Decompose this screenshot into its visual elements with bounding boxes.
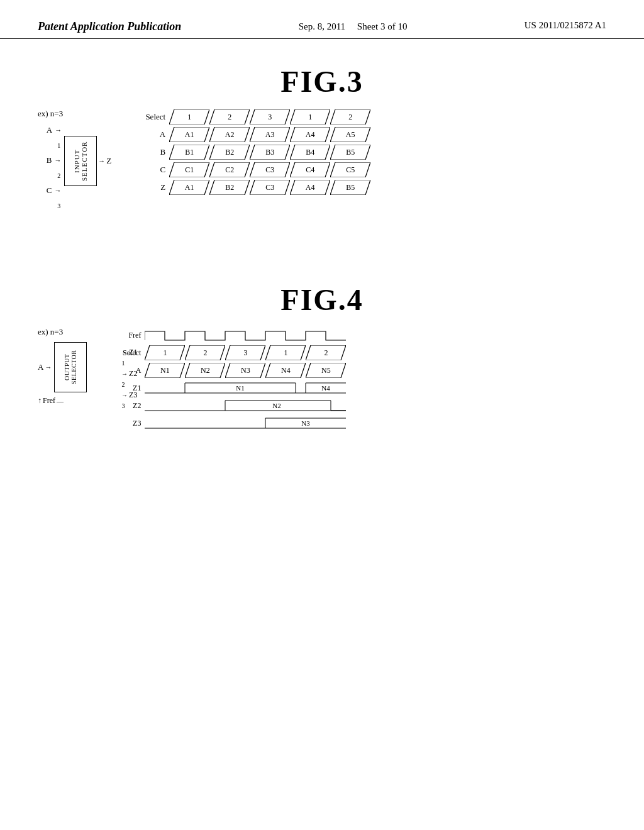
fig4-input-a-label: A → [38,342,53,392]
cell-a1: A1 [169,127,209,142]
fig4-ex-label: ex) n=3 [38,327,63,337]
fig4-cell-sel-5: 2 [306,345,346,360]
page-header: Patent Application Publication Sep. 8, 2… [0,0,644,39]
cell-c1: C1 [169,162,209,177]
fig4-out-num1: 1 [121,360,137,366]
svg-text:N3: N3 [302,419,311,427]
cell-z1: A1 [169,180,209,195]
cell-select-5: 2 [330,109,370,124]
cell-a4: A4 [290,127,330,142]
fig3-ex-label: ex) n=3 [38,109,63,119]
header-center: Sep. 8, 2011 Sheet 3 of 10 [299,20,408,33]
fig3-row-a: A A1 A2 A3 A4 A5 [136,126,606,143]
fig-spacer [38,219,606,270]
fig4-timing: Fref Select 1 2 3 1 2 [112,327,606,433]
svg-text:N4: N4 [322,384,331,392]
fig3-num-1: 1 [47,138,63,153]
fig4-container: ex) n=3 A → OUTPUT SELECTOR [38,327,606,433]
cell-b2: B2 [209,145,250,160]
fig4-selector-diagram: A → OUTPUT SELECTOR → Z1 1 [38,342,87,392]
fig4-cell-sel-4: 1 [265,345,306,360]
fref-svg [145,329,346,341]
cell-select-1: 1 [169,109,209,124]
cell-b4: B4 [290,145,330,160]
fig4-outputs: → Z1 1 → Z2 2 → Z3 3 [121,345,137,409]
cell-a2: A2 [209,127,250,142]
sheet-info: Sheet 3 of 10 [357,21,408,31]
cell-select-3: 3 [250,109,290,124]
cell-c2: C2 [209,162,250,177]
cell-c3: C3 [250,162,290,177]
fig4-out-num2: 2 [121,381,137,387]
cell-select-4: 1 [290,109,330,124]
fig4-selector-box-area: OUTPUT SELECTOR → Z1 1 → Z2 2 [54,342,87,392]
fig4-fref-row: Fref [112,327,606,343]
fig3-selector-box: INPUT SELECTOR [64,136,97,186]
cell-a3: A3 [250,127,290,142]
fig3-title: FIG.3 [38,64,606,99]
publication-title: Patent Application Publication [38,20,181,33]
main-content: FIG.3 ex) n=3 A → 1 B → 2 [0,39,644,445]
cell-z3: C3 [250,180,290,195]
fig4-cell-n1: N1 [145,363,185,378]
cell-z5: B5 [330,180,370,195]
cell-b1: B1 [169,145,209,160]
cell-c4: C4 [290,162,330,177]
cell-b3: B3 [250,145,290,160]
fig4-row-a: A N1 N2 N3 N4 N5 [112,362,606,379]
fig3-row-c: C C1 C2 C3 C4 C5 [136,162,606,178]
fig4-cell-sel-1: 1 [145,345,185,360]
fig4-fref-waveform [145,329,606,341]
fig4-select-row: Select 1 2 3 1 2 [112,345,606,361]
fig4-out-num3: 3 [121,402,137,409]
fig4-cell-sel-3: 3 [225,345,265,360]
fig4-output-z2: → Z2 [121,366,137,381]
svg-text:N1: N1 [236,384,245,392]
fig4-row-z3: Z3 N3 [112,415,606,431]
cell-select-2: 2 [209,109,250,124]
cell-z2: B2 [209,180,250,195]
cell-b5: B5 [330,145,370,160]
z2-waveform: N2 [145,398,346,413]
patent-number: US 2011/0215872 A1 [525,20,606,31]
fig3-select-cells: 1 2 3 1 2 [169,109,370,124]
fig3-row-z: Z A1 B2 C3 A4 B5 [136,179,606,196]
fig3-input-c: C → [47,183,63,198]
fig3-select-label: Select [136,112,169,122]
fig3-input-a: A → [47,123,63,138]
z1-waveform: N1 N4 [145,380,346,396]
cell-c5: C5 [330,162,370,177]
fig4-output-z1: → Z1 [121,345,137,360]
fig3-output: → Z [98,156,111,166]
fig4-title: FIG.4 [38,282,606,317]
fig4-cell-n5: N5 [306,363,346,378]
fig3-timing: Select 1 2 3 [136,109,606,197]
fig4-row-z1: Z1 N1 N4 [112,380,606,396]
fig3-output-z: Z [106,156,111,166]
fig4-cell-n4: N4 [265,363,306,378]
fig4-cell-n2: N2 [185,363,225,378]
fig4-fref-label: Fref [43,396,55,406]
cell-z4: A4 [290,180,330,195]
fig4-fref-label: Fref [112,331,145,340]
fig3-select-row: Select 1 2 3 [136,109,606,125]
svg-text:N2: N2 [273,402,281,409]
fig4-cell-sel-2: 2 [185,345,225,360]
fig4-output-z3: → Z3 [121,387,137,402]
fig3-num-2: 2 [47,168,63,183]
cell-a5: A5 [330,127,370,142]
fig3-container: ex) n=3 A → 1 B → 2 C → [38,109,606,213]
fig4-fref-bottom: ↑ Fref — [38,396,64,406]
fig4-selector-label: OUTPUT SELECTOR [64,343,77,392]
fig3-row-b: B B1 B2 B3 B4 B5 [136,144,606,160]
fig3-num-3: 3 [47,198,63,213]
fig3-input-b: B → [47,153,63,168]
fig3-selector-label: INPUT SELECTOR [73,136,88,185]
fig4-cell-n3: N3 [225,363,265,378]
z3-waveform: N3 [145,416,346,431]
fig4-row-z2: Z2 N2 [112,397,606,414]
fig4-output-box: OUTPUT SELECTOR [54,342,87,392]
publication-date: Sep. 8, 2011 [299,21,345,31]
